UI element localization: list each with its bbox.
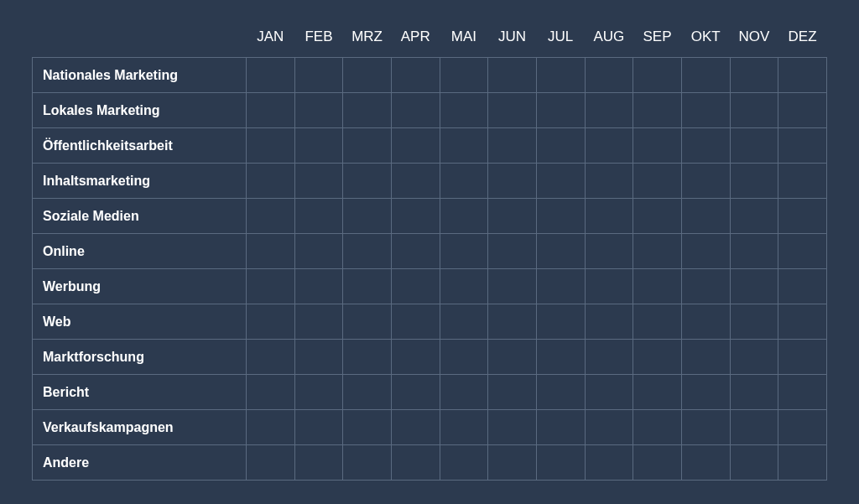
cell[interactable] [681, 93, 730, 128]
cell[interactable] [343, 128, 392, 164]
cell[interactable] [778, 93, 827, 128]
cell[interactable] [536, 445, 585, 481]
cell[interactable] [343, 340, 392, 375]
cell[interactable] [391, 304, 440, 340]
cell[interactable] [294, 375, 343, 410]
cell[interactable] [585, 269, 633, 304]
cell[interactable] [730, 199, 778, 234]
cell[interactable] [585, 58, 633, 93]
cell[interactable] [294, 269, 343, 304]
cell[interactable] [681, 128, 730, 164]
cell[interactable] [536, 234, 585, 269]
cell[interactable] [440, 445, 488, 481]
cell[interactable] [536, 304, 585, 340]
cell[interactable] [730, 128, 778, 164]
cell[interactable] [488, 410, 537, 445]
cell[interactable] [343, 410, 392, 445]
cell[interactable] [633, 410, 682, 445]
cell[interactable] [343, 375, 392, 410]
cell[interactable] [633, 445, 682, 481]
cell[interactable] [730, 269, 778, 304]
cell[interactable] [730, 304, 778, 340]
cell[interactable] [488, 58, 537, 93]
cell[interactable] [391, 375, 440, 410]
cell[interactable] [778, 269, 827, 304]
cell[interactable] [536, 199, 585, 234]
cell[interactable] [391, 164, 440, 199]
cell[interactable] [294, 128, 343, 164]
cell[interactable] [391, 199, 440, 234]
cell[interactable] [246, 269, 294, 304]
cell[interactable] [730, 375, 778, 410]
cell[interactable] [343, 58, 392, 93]
cell[interactable] [391, 269, 440, 304]
cell[interactable] [778, 304, 827, 340]
cell[interactable] [246, 375, 294, 410]
cell[interactable] [536, 340, 585, 375]
cell[interactable] [246, 304, 294, 340]
cell[interactable] [391, 410, 440, 445]
cell[interactable] [536, 269, 585, 304]
cell[interactable] [246, 410, 294, 445]
cell[interactable] [633, 234, 682, 269]
cell[interactable] [730, 410, 778, 445]
cell[interactable] [730, 234, 778, 269]
cell[interactable] [294, 93, 343, 128]
cell[interactable] [343, 234, 392, 269]
cell[interactable] [778, 234, 827, 269]
cell[interactable] [778, 445, 827, 481]
cell[interactable] [440, 269, 488, 304]
cell[interactable] [585, 340, 633, 375]
cell[interactable] [536, 375, 585, 410]
cell[interactable] [246, 128, 294, 164]
cell[interactable] [633, 93, 682, 128]
cell[interactable] [488, 93, 537, 128]
cell[interactable] [681, 375, 730, 410]
cell[interactable] [488, 199, 537, 234]
cell[interactable] [488, 234, 537, 269]
cell[interactable] [440, 58, 488, 93]
cell[interactable] [246, 58, 294, 93]
cell[interactable] [633, 128, 682, 164]
cell[interactable] [294, 199, 343, 234]
cell[interactable] [633, 58, 682, 93]
cell[interactable] [391, 58, 440, 93]
cell[interactable] [294, 164, 343, 199]
cell[interactable] [246, 164, 294, 199]
cell[interactable] [730, 58, 778, 93]
cell[interactable] [488, 375, 537, 410]
cell[interactable] [440, 340, 488, 375]
cell[interactable] [778, 58, 827, 93]
cell[interactable] [778, 128, 827, 164]
cell[interactable] [585, 93, 633, 128]
cell[interactable] [730, 445, 778, 481]
cell[interactable] [343, 445, 392, 481]
cell[interactable] [585, 164, 633, 199]
cell[interactable] [730, 340, 778, 375]
cell[interactable] [633, 340, 682, 375]
cell[interactable] [536, 128, 585, 164]
cell[interactable] [440, 375, 488, 410]
cell[interactable] [536, 164, 585, 199]
cell[interactable] [246, 199, 294, 234]
cell[interactable] [488, 128, 537, 164]
cell[interactable] [343, 269, 392, 304]
cell[interactable] [391, 234, 440, 269]
cell[interactable] [294, 304, 343, 340]
cell[interactable] [246, 93, 294, 128]
cell[interactable] [633, 304, 682, 340]
cell[interactable] [633, 199, 682, 234]
cell[interactable] [536, 410, 585, 445]
cell[interactable] [391, 445, 440, 481]
cell[interactable] [536, 93, 585, 128]
cell[interactable] [440, 128, 488, 164]
cell[interactable] [488, 304, 537, 340]
cell[interactable] [391, 340, 440, 375]
cell[interactable] [536, 58, 585, 93]
cell[interactable] [343, 199, 392, 234]
cell[interactable] [681, 234, 730, 269]
cell[interactable] [585, 375, 633, 410]
cell[interactable] [681, 304, 730, 340]
cell[interactable] [681, 58, 730, 93]
cell[interactable] [778, 199, 827, 234]
